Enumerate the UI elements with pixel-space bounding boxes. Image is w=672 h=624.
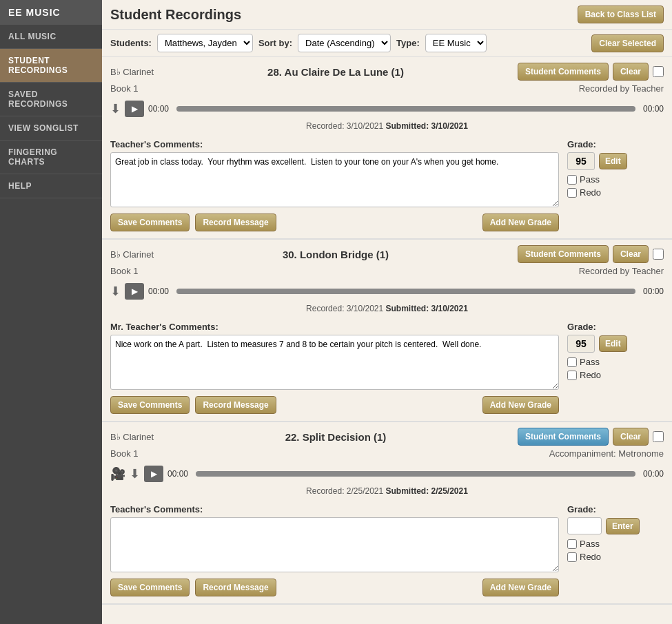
card-book-2: Book 1 bbox=[110, 266, 138, 276]
card-bottom-1: Teacher's Comments: Great job in class t… bbox=[102, 135, 672, 238]
record-message-button-1[interactable]: Record Message bbox=[195, 214, 276, 231]
play-button-3[interactable]: ▶ bbox=[144, 466, 163, 482]
recording-card-3: B♭ Clarinet 22. Split Decision (1) Stude… bbox=[102, 422, 672, 605]
clear-selected-button[interactable]: Clear Selected bbox=[591, 34, 664, 52]
sidebar-item-saved-recordings[interactable]: SAVED RECORDINGS bbox=[0, 83, 102, 116]
comments-label-2: Mr. Teacher's Comments: bbox=[110, 322, 559, 332]
card-instrument-2: B♭ Clarinet bbox=[110, 249, 154, 260]
play-button-2[interactable]: ▶ bbox=[125, 283, 144, 300]
sidebar-item-help[interactable]: HELP bbox=[0, 174, 102, 198]
sort-select[interactable]: Date (Ascending) bbox=[298, 34, 391, 52]
player-duration-3: 00:00 bbox=[640, 469, 664, 479]
card-checkbox-3[interactable] bbox=[653, 431, 664, 442]
students-label: Students: bbox=[110, 38, 152, 48]
redo-row-2: Redo bbox=[567, 370, 664, 380]
sidebar-item-all-music[interactable]: ALL MUSIC bbox=[0, 25, 102, 49]
card-checkbox-1[interactable] bbox=[653, 66, 664, 77]
grade-section-3: Grade: Enter Pass Redo bbox=[567, 504, 664, 596]
save-comments-button-3[interactable]: Save Comments bbox=[110, 579, 190, 596]
download-icon-2[interactable]: ⬇︎ bbox=[110, 284, 121, 299]
back-to-class-list-button[interactable]: Back to Class List bbox=[578, 6, 664, 23]
add-new-grade-button-3[interactable]: Add New Grade bbox=[482, 579, 559, 596]
player-time-1: 00:00 bbox=[148, 104, 172, 114]
card-bottom-3: Teacher's Comments: Save Comments Record… bbox=[102, 500, 672, 603]
redo-checkbox-2[interactable] bbox=[567, 371, 577, 380]
player-duration-1: 00:00 bbox=[640, 104, 664, 114]
player-time-2: 00:00 bbox=[148, 287, 172, 296]
pass-checkbox-1[interactable] bbox=[567, 175, 577, 185]
record-message-button-2[interactable]: Record Message bbox=[195, 396, 276, 414]
sidebar-item-student-recordings[interactable]: STUDENT RECORDINGS bbox=[0, 49, 102, 83]
player-duration-2: 00:00 bbox=[640, 287, 664, 296]
card-recorded-by-1: Recorded by Teacher bbox=[579, 83, 664, 94]
student-comments-button-1[interactable]: Student Comments bbox=[518, 63, 609, 81]
edit-grade-button-1[interactable]: Edit bbox=[599, 153, 627, 169]
grade-label-2: Grade: bbox=[567, 322, 664, 332]
recording-card-1: B♭ Clarinet 28. Au Claire De La Lune (1)… bbox=[102, 57, 672, 240]
grade-label-3: Grade: bbox=[567, 504, 664, 514]
student-comments-button-3[interactable]: Student Comments bbox=[518, 428, 609, 446]
comments-label-1: Teacher's Comments: bbox=[110, 139, 559, 149]
redo-label-1: Redo bbox=[580, 187, 601, 198]
card-book-row-1: Book 1 Recorded by Teacher bbox=[102, 82, 672, 95]
card-title-2: 30. London Bridge (1) bbox=[283, 249, 389, 260]
card-book-row-2: Book 1 Recorded by Teacher bbox=[102, 264, 672, 278]
card-title-1: 28. Au Claire De La Lune (1) bbox=[267, 66, 404, 78]
save-comments-button-2[interactable]: Save Comments bbox=[110, 396, 190, 414]
redo-label-2: Redo bbox=[580, 370, 601, 380]
card-checkbox-2[interactable] bbox=[653, 249, 664, 260]
sidebar-item-view-songlist[interactable]: VIEW SONGLIST bbox=[0, 116, 102, 141]
type-select[interactable]: EE Music bbox=[425, 34, 487, 52]
grade-input-3[interactable] bbox=[567, 517, 602, 534]
play-button-1[interactable]: ▶ bbox=[125, 101, 144, 117]
pass-checkbox-3[interactable] bbox=[567, 539, 577, 549]
redo-label-3: Redo bbox=[580, 552, 601, 562]
main-content: Student Recordings Back to Class List St… bbox=[102, 0, 672, 624]
students-select[interactable]: Matthews, Jayden bbox=[157, 34, 253, 52]
clear-button-3[interactable]: Clear bbox=[613, 428, 649, 446]
grade-row-1: 95 Edit bbox=[567, 152, 664, 170]
card-info-row-3: B♭ Clarinet 22. Split Decision (1) Stude… bbox=[102, 422, 672, 447]
player-bar-2[interactable] bbox=[176, 289, 635, 294]
player-row-1: ⬇︎ ▶ 00:00 00:00 bbox=[102, 96, 672, 120]
student-comments-button-2[interactable]: Student Comments bbox=[518, 245, 609, 263]
redo-checkbox-1[interactable] bbox=[567, 188, 577, 198]
add-new-grade-button-2[interactable]: Add New Grade bbox=[482, 396, 559, 414]
redo-row-1: Redo bbox=[567, 187, 664, 198]
recording-card-2: B♭ Clarinet 30. London Bridge (1) Studen… bbox=[102, 240, 672, 422]
grade-section-2: Grade: 95 Edit Pass Redo bbox=[567, 322, 664, 414]
clear-button-2[interactable]: Clear bbox=[613, 245, 649, 263]
sidebar-item-fingering-charts[interactable]: FINGERING CHARTS bbox=[0, 141, 102, 174]
clear-button-1[interactable]: Clear bbox=[613, 63, 649, 81]
save-comments-button-1[interactable]: Save Comments bbox=[110, 214, 190, 231]
card-header-right-1: Student Comments Clear bbox=[518, 63, 664, 81]
edit-grade-button-2[interactable]: Edit bbox=[599, 335, 627, 352]
comments-textarea-2[interactable]: Nice work on the A part. Listen to measu… bbox=[110, 335, 559, 390]
player-time-3: 00:00 bbox=[167, 469, 192, 479]
filter-bar: Students: Matthews, Jayden Sort by: Date… bbox=[102, 30, 672, 57]
pass-checkbox-2[interactable] bbox=[567, 357, 577, 367]
player-bar-3[interactable] bbox=[196, 471, 635, 477]
card-recorded-by-3: Accompaniment: Metronome bbox=[549, 448, 664, 459]
comments-section-1: Teacher's Comments: Great job in class t… bbox=[110, 139, 559, 231]
download-icon-1[interactable]: ⬇︎ bbox=[110, 101, 121, 116]
card-book-row-3: Book 1 Accompaniment: Metronome bbox=[102, 447, 672, 460]
download-icon-3[interactable]: ⬇︎ bbox=[130, 466, 140, 481]
recordings-container: B♭ Clarinet 28. Au Claire De La Lune (1)… bbox=[102, 57, 672, 605]
comments-actions-3: Save Comments Record Message Add New Gra… bbox=[110, 579, 559, 596]
redo-checkbox-3[interactable] bbox=[567, 552, 577, 562]
comments-textarea-3[interactable] bbox=[110, 517, 559, 572]
card-title-3: 22. Split Decision (1) bbox=[285, 431, 387, 443]
card-instrument-3: B♭ Clarinet bbox=[110, 432, 154, 442]
card-bottom-2: Mr. Teacher's Comments: Nice work on the… bbox=[102, 318, 672, 421]
video-icon-2[interactable]: 🎥 bbox=[110, 466, 125, 481]
grade-row-2: 95 Edit bbox=[567, 335, 664, 353]
redo-row-3: Redo bbox=[567, 552, 664, 562]
enter-grade-button-3[interactable]: Enter bbox=[606, 518, 640, 534]
add-new-grade-button-1[interactable]: Add New Grade bbox=[482, 214, 559, 231]
player-bar-1[interactable] bbox=[176, 106, 635, 112]
comments-textarea-1[interactable]: Great job in class today. Your rhythm wa… bbox=[110, 152, 559, 207]
record-message-button-3[interactable]: Record Message bbox=[195, 579, 276, 596]
page-title: Student Recordings bbox=[110, 7, 241, 23]
card-recorded-by-2: Recorded by Teacher bbox=[579, 266, 664, 276]
